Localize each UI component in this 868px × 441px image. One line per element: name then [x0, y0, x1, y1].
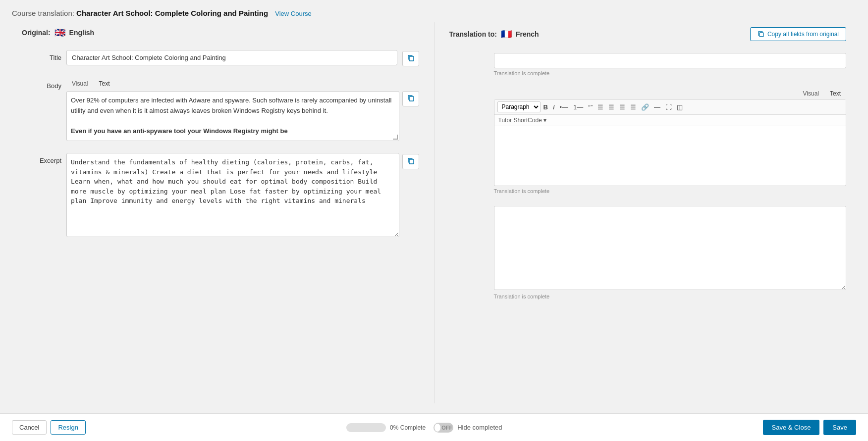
title-label: Title [22, 50, 61, 61]
ol-btn[interactable]: 1— [571, 103, 585, 111]
translation-label: Translation to: [449, 30, 497, 38]
excerpt-field-row: Excerpt [22, 153, 419, 239]
title-prefix: Course translation: [12, 9, 74, 17]
svg-rect-3 [760, 33, 763, 37]
paragraph-select[interactable]: Paragraph [497, 101, 541, 112]
copy-all-btn-label: Copy all fields from original [767, 31, 839, 38]
body-copy-btn[interactable] [402, 91, 419, 106]
body-field-row: Body Visual Text Over 92% of computers a… [22, 78, 419, 141]
body-text-p2: Even if you have an anti-spyware tool yo… [71, 126, 395, 137]
align-right-btn[interactable]: ☰ [617, 103, 627, 111]
title-field-row: Title [22, 50, 419, 66]
align-left-btn[interactable]: ☰ [596, 103, 605, 111]
table-btn[interactable]: ◫ [675, 103, 685, 111]
excerpt-translation-complete: Translation is complete [494, 294, 847, 299]
body-translation-complete: Translation is complete [494, 188, 847, 194]
toggle-wrap: OFF Hide completed [434, 423, 502, 433]
toggle-knob [434, 424, 440, 432]
excerpt-translation-textarea[interactable] [494, 206, 847, 290]
ul-btn[interactable]: •— [558, 103, 571, 111]
progress-percent: 0% [390, 424, 398, 431]
excerpt-label: Excerpt [22, 153, 61, 164]
body-visual-tab-orig[interactable]: Visual [66, 78, 93, 89]
cancel-button[interactable]: Cancel [12, 420, 47, 435]
align-justify-btn[interactable]: ☰ [628, 103, 638, 111]
progress-track [346, 423, 386, 432]
svg-rect-0 [409, 56, 414, 61]
body-text-tab-orig[interactable]: Text [93, 78, 115, 89]
hide-completed-toggle[interactable]: OFF [434, 423, 453, 433]
body-label: Body [22, 78, 61, 90]
original-flag: 🇬🇧 [54, 27, 65, 38]
translation-language: French [516, 30, 539, 38]
tutor-shortcode-bar[interactable]: Tutor ShortCode ▾ [494, 115, 846, 126]
progress-label: 0% Complete [390, 424, 426, 431]
page-footer: Cancel Resign 0% Complete OFF Hide compl… [0, 413, 868, 441]
body-text-p1: Over 92% of computers are infected with … [71, 96, 395, 116]
original-language: English [69, 29, 95, 37]
panel-divider [434, 22, 434, 403]
resign-button[interactable]: Resign [51, 420, 85, 435]
hr-btn[interactable]: ― [652, 103, 662, 111]
translation-panel: Translation to: 🇫🇷 French Copy all field… [439, 22, 857, 403]
tutor-shortcode-label: Tutor ShortCode [498, 117, 542, 124]
course-name: Character Art School: Complete Coloring … [76, 9, 268, 17]
progress-complete-text: Complete [400, 424, 426, 431]
title-translation-input[interactable] [494, 53, 847, 68]
view-course-link[interactable]: View Course [275, 10, 311, 17]
body-translation-row: Body Visual Text Paragraph B I •— [449, 88, 847, 194]
svg-rect-2 [409, 159, 414, 164]
original-label: Original: [22, 29, 51, 37]
link-btn[interactable]: 🔗 [639, 103, 651, 111]
translation-flag: 🇫🇷 [501, 29, 512, 40]
excerpt-original-textarea[interactable] [66, 153, 399, 237]
title-translation-row: Title Translation is complete [449, 53, 847, 76]
align-center-btn[interactable]: ☰ [606, 103, 616, 111]
fullscreen-btn[interactable]: ⛶ [663, 103, 674, 111]
excerpt-copy-btn[interactable] [402, 154, 419, 169]
original-panel: Original: 🇬🇧 English Title [12, 22, 429, 403]
body-toolbar: Paragraph B I •— 1— “” ☰ ☰ ☰ ☰ 🔗 [494, 99, 846, 115]
excerpt-translation-row: Excerpt Translation is complete [449, 206, 847, 299]
toggle-off-label: OFF [441, 425, 452, 431]
copy-all-fields-btn[interactable]: Copy all fields from original [750, 27, 846, 41]
progress-wrap: 0% Complete [346, 423, 426, 432]
body-visual-tab-trans[interactable]: Visual [798, 88, 824, 99]
svg-rect-1 [409, 97, 414, 101]
title-translation-complete: Translation is complete [494, 70, 847, 76]
body-text-tab-trans[interactable]: Text [824, 88, 846, 99]
body-original-content: Over 92% of computers are infected with … [67, 92, 399, 141]
bold-btn[interactable]: B [542, 103, 550, 111]
title-copy-btn[interactable] [402, 51, 419, 66]
page-header: Course translation: Character Art School… [0, 0, 868, 22]
title-original-input[interactable] [66, 50, 397, 65]
blockquote-btn[interactable]: “” [586, 103, 595, 111]
italic-btn[interactable]: I [551, 103, 557, 111]
save-close-button[interactable]: Save & Close [763, 420, 820, 435]
body-translation-editor[interactable] [494, 126, 846, 186]
save-button[interactable]: Save [823, 420, 856, 435]
hide-completed-label: Hide completed [457, 424, 502, 431]
